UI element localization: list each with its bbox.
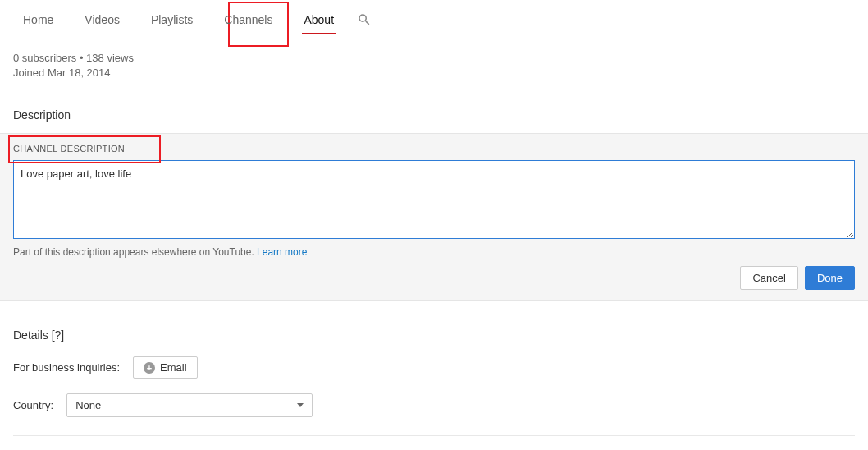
description-note-text: Part of this description appears elsewhe… [13,246,257,258]
channel-tabs: Home Videos Playlists Channels About [0,0,868,39]
tab-channels[interactable]: Channels [214,0,282,39]
tab-playlists[interactable]: Playlists [141,0,203,39]
description-note: Part of this description appears elsewhe… [13,241,855,258]
business-inquiries-label: For business inquiries: [13,361,120,374]
chevron-down-icon [297,403,304,407]
description-panel: CHANNEL DESCRIPTION Part of this descrip… [0,133,868,301]
tab-home[interactable]: Home [13,0,63,39]
country-select[interactable]: None [66,393,313,417]
tab-about[interactable]: About [294,0,344,39]
email-button-label: Email [160,361,187,374]
joined-date: Joined Mar 18, 2014 [13,66,855,80]
divider [13,435,855,436]
cancel-button[interactable]: Cancel [740,266,797,290]
description-section-title: Description [13,108,855,122]
country-select-value: None [75,399,101,411]
done-button[interactable]: Done [805,266,855,290]
tab-videos[interactable]: Videos [75,0,130,39]
email-button[interactable]: + Email [133,356,198,379]
learn-more-link[interactable]: Learn more [257,246,307,258]
channel-description-label: CHANNEL DESCRIPTION [13,134,855,160]
stats-line: 0 subscribers • 138 views [13,51,855,66]
plus-circle-icon: + [144,362,155,374]
country-label: Country: [13,399,53,411]
search-icon[interactable] [357,12,372,27]
channel-description-textarea[interactable] [13,160,855,239]
details-section-title: Details [?] [13,328,855,342]
